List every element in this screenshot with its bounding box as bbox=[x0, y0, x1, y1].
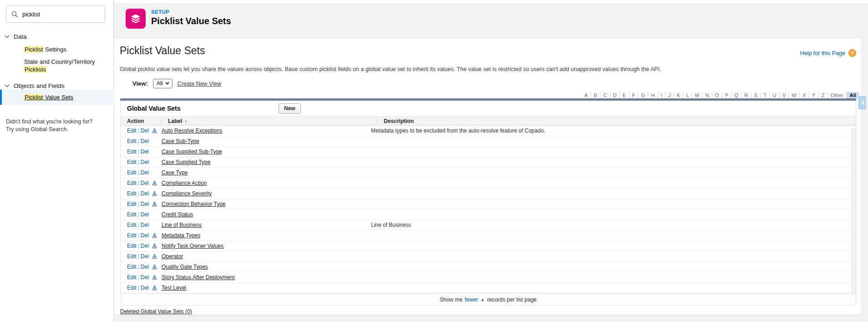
edit-link[interactable]: Edit bbox=[127, 211, 137, 218]
quick-find-input[interactable] bbox=[22, 11, 95, 18]
edit-link[interactable]: Edit bbox=[127, 232, 137, 239]
del-link[interactable]: Del bbox=[141, 128, 149, 134]
value-set-link[interactable]: Credit Status bbox=[162, 211, 193, 218]
alphabet-filter-link[interactable]: U bbox=[770, 92, 779, 99]
alphabet-filter-link[interactable]: A bbox=[582, 92, 591, 99]
alphabet-filter-link[interactable]: Other bbox=[828, 92, 847, 99]
alphabet-filter-link[interactable]: T bbox=[761, 92, 770, 99]
edit-link[interactable]: Edit bbox=[127, 128, 137, 134]
alphabet-filter-link[interactable]: All bbox=[847, 92, 859, 99]
column-header-label[interactable]: Label ↑ bbox=[162, 117, 377, 125]
new-button[interactable]: New bbox=[279, 103, 301, 114]
del-link[interactable]: Del bbox=[141, 148, 149, 155]
alphabet-filter-link[interactable]: P bbox=[722, 92, 732, 99]
value-set-link[interactable]: Case Type bbox=[162, 169, 188, 176]
value-set-link[interactable]: Connection Behavior Type bbox=[162, 201, 226, 207]
sidebar-item-picklist-value-sets-selected[interactable]: Picklist Value Sets bbox=[0, 90, 114, 105]
edit-link[interactable]: Edit bbox=[127, 190, 137, 197]
value-set-link[interactable]: Quality Gate Types bbox=[162, 264, 208, 270]
del-link[interactable]: Del bbox=[141, 201, 149, 207]
action-separator: | bbox=[137, 285, 141, 291]
page-description: Global picklist value sets let you share… bbox=[120, 66, 661, 72]
edit-link[interactable]: Edit bbox=[127, 201, 137, 207]
table-row: Edit|Del Credit Status bbox=[121, 210, 856, 220]
alphabet-filter-link[interactable]: F bbox=[629, 92, 638, 99]
edit-link[interactable]: Edit bbox=[127, 253, 137, 260]
alphabet-filter-link[interactable]: N bbox=[702, 92, 712, 99]
edit-link[interactable]: Edit bbox=[127, 138, 137, 144]
alphabet-filter-link[interactable]: Q bbox=[731, 92, 741, 99]
table-scrollbar[interactable] bbox=[852, 128, 856, 293]
edit-link[interactable]: Edit bbox=[127, 180, 137, 186]
del-link[interactable]: Del bbox=[141, 180, 149, 186]
value-set-link[interactable]: Notify Task Owner Values bbox=[162, 243, 223, 249]
sidebar-item-state-country-picklists[interactable]: State and Country/TerritoryPicklists bbox=[24, 58, 95, 73]
del-link[interactable]: Del bbox=[141, 169, 149, 176]
search-highlight: Picklist bbox=[24, 46, 43, 53]
view-select[interactable]: All bbox=[153, 79, 173, 88]
del-link[interactable]: Del bbox=[141, 243, 149, 249]
action-separator: | bbox=[137, 211, 141, 218]
alphabet-filter-link[interactable]: B bbox=[591, 92, 601, 99]
del-link[interactable]: Del bbox=[141, 264, 149, 270]
value-set-link[interactable]: Case Supplied Sub-Type bbox=[162, 148, 222, 155]
edit-link[interactable]: Edit bbox=[127, 285, 137, 291]
value-set-link[interactable]: Metadata Types bbox=[162, 232, 200, 239]
alphabet-filter-link[interactable]: K bbox=[674, 92, 684, 99]
sidebar-item-picklist-settings[interactable]: Picklist Settings bbox=[24, 46, 66, 53]
del-link[interactable]: Del bbox=[141, 274, 149, 281]
edit-link[interactable]: Edit bbox=[127, 148, 137, 155]
alphabet-filter-link[interactable]: E bbox=[620, 92, 629, 99]
alphabet-filter-link[interactable]: L bbox=[683, 92, 692, 99]
value-set-link[interactable]: Story Status After Deployment bbox=[162, 274, 235, 281]
alphabet-filter-link[interactable]: C bbox=[600, 92, 610, 99]
edit-link[interactable]: Edit bbox=[127, 159, 137, 165]
del-link[interactable]: Del bbox=[141, 211, 149, 218]
alphabet-filter-link[interactable]: W bbox=[789, 92, 800, 99]
collapse-panel-handle[interactable] bbox=[858, 96, 866, 109]
alphabet-filter-link[interactable]: J bbox=[665, 92, 674, 99]
row-actions: Edit|Del bbox=[121, 274, 152, 281]
alphabet-filter-link[interactable]: Y bbox=[809, 92, 819, 99]
value-set-link[interactable]: Line of Business bbox=[162, 222, 202, 228]
alphabet-filter-link[interactable]: M bbox=[692, 92, 703, 99]
fewer-link[interactable]: fewer bbox=[465, 296, 478, 303]
del-link[interactable]: Del bbox=[141, 222, 149, 228]
edit-link[interactable]: Edit bbox=[127, 264, 137, 270]
alphabet-filter-link[interactable]: D bbox=[610, 92, 620, 99]
alphabet-filter-link[interactable]: O bbox=[712, 92, 722, 99]
alphabet-filter-link[interactable]: S bbox=[751, 92, 761, 99]
alphabet-filter-link[interactable]: V bbox=[780, 92, 789, 99]
edit-link[interactable]: Edit bbox=[127, 222, 137, 228]
help-for-this-page-link[interactable]: Help for this Page bbox=[800, 50, 845, 56]
value-set-link[interactable]: Operator bbox=[162, 253, 183, 260]
value-set-link[interactable]: Compliance Severity bbox=[162, 190, 212, 197]
value-set-link[interactable]: Compliance Action bbox=[162, 180, 207, 186]
edit-link[interactable]: Edit bbox=[127, 243, 137, 249]
edit-link[interactable]: Edit bbox=[127, 169, 137, 176]
alphabet-filter-link[interactable]: R bbox=[741, 92, 751, 99]
setup-search-box[interactable] bbox=[6, 5, 105, 23]
value-set-link[interactable]: Case Supplied Type bbox=[162, 159, 210, 165]
value-set-link[interactable]: Case Sub-Type bbox=[162, 138, 199, 144]
del-link[interactable]: Del bbox=[141, 138, 149, 144]
alphabet-filter-link[interactable]: G bbox=[639, 92, 649, 99]
del-link[interactable]: Del bbox=[141, 232, 149, 239]
column-header-description: Description bbox=[377, 117, 856, 125]
tree-group-objects-fields[interactable]: Objects and Fields bbox=[5, 82, 65, 89]
edit-link[interactable]: Edit bbox=[127, 274, 137, 281]
help-icon[interactable]: ? bbox=[848, 49, 856, 57]
del-link[interactable]: Del bbox=[141, 190, 149, 197]
del-link[interactable]: Del bbox=[141, 285, 149, 291]
alphabet-filter-link[interactable]: I bbox=[658, 92, 665, 99]
deleted-global-value-sets-link[interactable]: Deleted Global Value Sets (0) bbox=[120, 308, 192, 315]
value-set-link[interactable]: Auto Resolve Exceptions bbox=[162, 128, 222, 134]
alphabet-filter-link[interactable]: H bbox=[648, 92, 658, 99]
alphabet-filter-link[interactable]: Z bbox=[819, 92, 828, 99]
alphabet-filter-link[interactable]: X bbox=[800, 92, 809, 99]
create-new-view-link[interactable]: Create New View bbox=[178, 81, 221, 87]
del-link[interactable]: Del bbox=[141, 159, 149, 165]
del-link[interactable]: Del bbox=[141, 253, 149, 260]
tree-group-data[interactable]: Data bbox=[5, 33, 27, 40]
value-set-link[interactable]: Test Level bbox=[162, 285, 186, 291]
